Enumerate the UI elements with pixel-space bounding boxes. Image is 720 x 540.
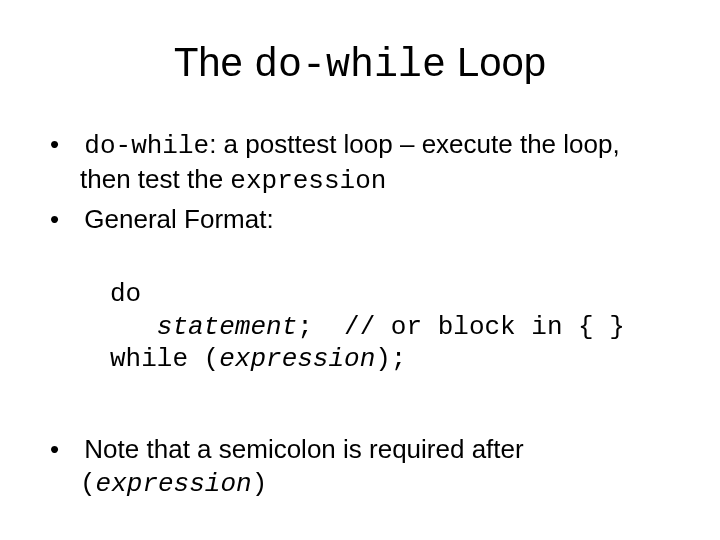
bullet-item-3: Note that a semicolon is required after … — [50, 433, 670, 500]
code-line-3: while (expression); — [110, 343, 670, 376]
bullet3-code1c: ) — [252, 469, 268, 499]
bullet-list-2: Note that a semicolon is required after … — [50, 433, 670, 500]
bullet3-code1a: ( — [80, 469, 96, 499]
bullet1-code1: do-while — [84, 131, 209, 161]
title-text-post: Loop — [446, 40, 546, 84]
bullet1-code2: expression — [230, 166, 386, 196]
title-text-pre: The — [174, 40, 254, 84]
bullet3-code1b: expression — [96, 469, 252, 499]
code-block: do statement; // or block in { }while (e… — [110, 246, 670, 409]
bullet3-text1: Note that a semicolon is required after — [84, 434, 523, 464]
bullet-item-2: General Format: — [50, 203, 670, 236]
bullet-item-1: do-while: a posttest loop – execute the … — [50, 128, 670, 197]
bullet2-text: General Format: — [84, 204, 273, 234]
title-code: do-while — [254, 43, 446, 88]
code-line-1: do — [110, 278, 670, 311]
slide-title: The do-while Loop — [50, 40, 670, 88]
code-line-2: statement; // or block in { } — [110, 311, 670, 344]
bullet-list: do-while: a posttest loop – execute the … — [50, 128, 670, 236]
